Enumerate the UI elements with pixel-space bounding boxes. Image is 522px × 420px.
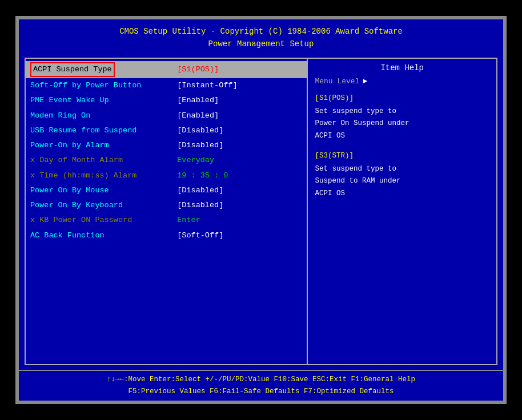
bios-screen: CMOS Setup Utility - Copyright (C) 1984-… <box>15 16 507 404</box>
menu-level-arrow: ► <box>363 77 367 86</box>
title-line1: CMOS Setup Utility - Copyright (C) 1984-… <box>19 25 503 38</box>
menu-level: Menu Level ► <box>315 77 489 86</box>
table-row[interactable]: Power-On by Alarm[Disabled] <box>26 138 307 153</box>
table-row[interactable]: ACPI Suspend Type[S1(POS)] <box>26 61 307 78</box>
table-row[interactable]: Power On By Keyboard[Disabled] <box>26 198 307 213</box>
right-panel: Item Help Menu Level ► [S1(POS)]Set susp… <box>308 59 496 364</box>
help-text-block: [S1(POS)]Set suspend type toPower On Sus… <box>315 92 489 200</box>
footer: ↑↓→←:Move Enter:Select +/-/PU/PD:Value F… <box>19 370 503 401</box>
table-row[interactable]: x Time (hh:mm:ss) Alarm19 : 35 : 0 <box>26 168 307 183</box>
table-row[interactable]: AC Back Function[Soft-Off] <box>26 228 307 243</box>
table-row[interactable]: PME Event Wake Up[Enabled] <box>26 93 307 108</box>
table-row[interactable]: x Day of Month AlarmEveryday <box>26 153 307 168</box>
item-help-title: Item Help <box>315 63 489 72</box>
table-row[interactable]: Soft-Off by Power Button[Instant-Off] <box>26 78 307 93</box>
footer-line1: ↑↓→←:Move Enter:Select +/-/PU/PD:Value F… <box>19 374 503 386</box>
main-content: ACPI Suspend Type[S1(POS)]Soft-Off by Po… <box>25 58 497 365</box>
footer-line2: F5:Previous Values F6:Fail-Safe Defaults… <box>19 386 503 398</box>
table-row[interactable]: Modem Ring On[Enabled] <box>26 108 307 123</box>
table-row[interactable]: x KB Power ON PasswordEnter <box>26 213 307 228</box>
menu-level-label: Menu Level <box>315 77 359 86</box>
title-bar: CMOS Setup Utility - Copyright (C) 1984-… <box>19 19 503 53</box>
table-row[interactable]: Power On By Mouse[Disabled] <box>26 183 307 198</box>
title-line2: Power Management Setup <box>19 38 503 50</box>
table-row[interactable]: USB Resume from Suspend[Disabled] <box>26 123 307 138</box>
left-panel: ACPI Suspend Type[S1(POS)]Soft-Off by Po… <box>26 59 308 364</box>
